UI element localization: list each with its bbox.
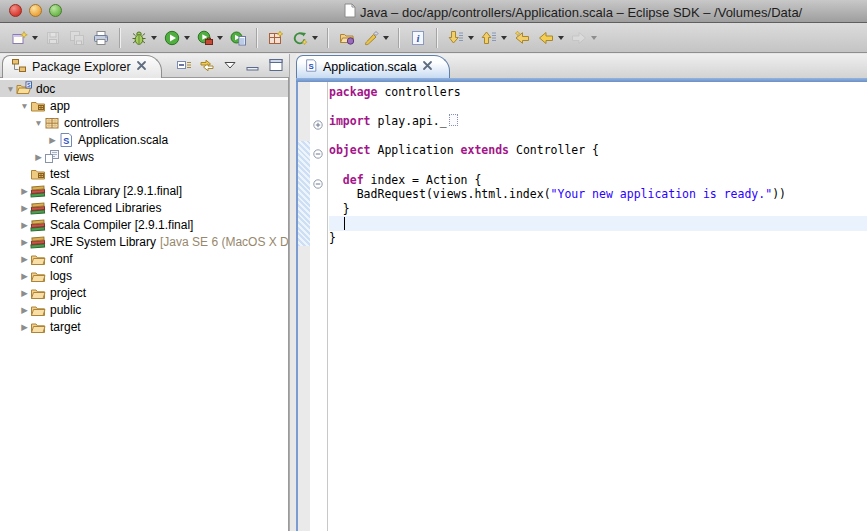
open-resource-button[interactable] (336, 26, 358, 50)
open-resource-icon (338, 29, 356, 47)
code-line-current[interactable] (329, 216, 867, 231)
tree-collapse-arrow-icon[interactable]: ▼ (5, 84, 16, 94)
zoom-window-button[interactable] (49, 4, 62, 17)
new-launch-dropdown-arrow-icon[interactable] (312, 36, 318, 40)
run-external-tools-dropdown-arrow-icon[interactable] (217, 36, 223, 40)
tree-collapse-arrow-icon[interactable]: ▼ (33, 118, 44, 128)
tree-expand-arrow-icon[interactable]: ▶ (19, 254, 30, 264)
main-toolbar: i (0, 23, 867, 53)
tree-item-project[interactable]: ▶project (0, 284, 288, 301)
collapse-all-button[interactable] (174, 57, 193, 76)
next-annotation-button[interactable] (445, 26, 476, 50)
print-icon (92, 29, 110, 47)
save-all-button (66, 26, 88, 50)
tree-item-target[interactable]: ▶target (0, 318, 288, 335)
forward-dropdown-arrow-icon (591, 36, 597, 40)
tree-expand-arrow-icon[interactable]: ▶ (19, 203, 30, 213)
print-button[interactable] (90, 26, 112, 50)
code-line[interactable] (329, 100, 867, 115)
tab-package-explorer[interactable]: Package Explorer (2, 55, 162, 78)
tree-expand-arrow-icon[interactable]: ▶ (19, 271, 30, 281)
folder-icon (30, 285, 46, 301)
toggle-mark-occurrences-button[interactable] (360, 26, 391, 50)
tree-item-conf[interactable]: ▶conf (0, 250, 288, 267)
last-edit-location-button[interactable] (511, 26, 533, 50)
tree-item-controllers[interactable]: ▼controllers (0, 114, 288, 131)
new-wizard-dropdown-arrow-icon[interactable] (32, 36, 38, 40)
run-dropdown-arrow-icon[interactable] (184, 36, 190, 40)
code-editor[interactable]: package controllersimport play.api._obje… (329, 82, 867, 531)
sash-divider[interactable] (289, 54, 296, 531)
run-button[interactable] (161, 26, 192, 50)
new-wizard-button[interactable] (9, 26, 40, 50)
tree-expand-arrow-icon[interactable]: ▶ (19, 237, 30, 247)
tree-item-test[interactable]: test (0, 165, 288, 182)
tree-item-logs[interactable]: ▶logs (0, 267, 288, 284)
range-indicator (298, 141, 310, 245)
code-token: def (343, 173, 364, 187)
close-icon[interactable] (136, 60, 147, 74)
close-icon[interactable] (422, 60, 433, 74)
view-toolbar (174, 57, 285, 76)
fold-expand-icon[interactable] (313, 116, 323, 134)
tree-item-scala-library-2-9-1-final[interactable]: ▶Scala Library [2.9.1.final] (0, 182, 288, 199)
code-line[interactable]: import play.api._ (329, 114, 867, 129)
link-with-editor-button[interactable] (197, 57, 216, 76)
code-line[interactable]: } (329, 202, 867, 217)
close-window-button[interactable] (9, 4, 22, 17)
run-external-tools-button[interactable] (194, 26, 225, 50)
annotation-ruler[interactable] (298, 82, 310, 531)
code-line[interactable] (329, 158, 867, 173)
code-line[interactable] (329, 129, 867, 144)
fold-collapse-icon[interactable] (313, 145, 323, 163)
tree-expand-arrow-icon[interactable]: ▶ (19, 220, 30, 230)
tree-expand-arrow-icon[interactable]: ▶ (19, 322, 30, 332)
folder-icon (30, 268, 46, 284)
open-perspective-button[interactable] (265, 26, 287, 50)
code-line[interactable]: BadRequest(views.html.index("Your new ap… (329, 187, 867, 202)
run-history-button[interactable] (227, 26, 249, 50)
tree-item-label: conf (50, 252, 73, 266)
tree-expand-arrow-icon[interactable]: ▶ (19, 288, 30, 298)
tree-item-label: public (50, 303, 81, 317)
toggle-mark-occurrences-dropdown-arrow-icon[interactable] (383, 36, 389, 40)
back-dropdown-arrow-icon[interactable] (558, 36, 564, 40)
code-line[interactable]: } (329, 231, 867, 246)
tree-item-referenced-libraries[interactable]: ▶Referenced Libraries (0, 199, 288, 216)
next-annotation-dropdown-arrow-icon[interactable] (468, 36, 474, 40)
tree-item-scala-compiler-2-9-1-final[interactable]: ▶Scala Compiler [2.9.1.final] (0, 216, 288, 233)
folding-margin[interactable] (310, 82, 328, 531)
code-line[interactable]: package controllers (329, 85, 867, 100)
tree-item-jre-system-library[interactable]: ▶JRE System Library[Java SE 6 (MacOS X D… (0, 233, 288, 250)
minimize-window-button[interactable] (29, 4, 42, 17)
tree-item-application-scala[interactable]: ▶SApplication.scala (0, 131, 288, 148)
new-launch-button[interactable] (289, 26, 320, 50)
code-line[interactable]: def index = Action { (329, 173, 867, 188)
info-button[interactable]: i (407, 26, 429, 50)
tree-item-label: test (50, 167, 69, 181)
tree-item-views[interactable]: ▶views (0, 148, 288, 165)
tree-expand-arrow-icon[interactable]: ▶ (47, 135, 58, 145)
tree-expand-arrow-icon[interactable]: ▶ (19, 186, 30, 196)
tree-item-public[interactable]: ▶public (0, 301, 288, 318)
fold-collapse-icon[interactable] (313, 175, 323, 193)
debug-dropdown-arrow-icon[interactable] (151, 36, 157, 40)
tree-collapse-arrow-icon[interactable]: ▼ (19, 101, 30, 111)
previous-annotation-dropdown-arrow-icon[interactable] (501, 36, 507, 40)
tree-expand-arrow-icon[interactable]: ▶ (19, 305, 30, 315)
debug-button[interactable] (128, 26, 159, 50)
view-menu-button[interactable] (220, 57, 239, 76)
code-line[interactable]: object Application extends Controller { (329, 143, 867, 158)
back-button[interactable] (535, 26, 566, 50)
titlebar[interactable]: Java – doc/app/controllers/Application.s… (0, 0, 867, 23)
tree-item-doc[interactable]: ▼Sdoc (0, 80, 288, 97)
code-token: object (329, 143, 371, 157)
tree-item-app[interactable]: ▼app (0, 97, 288, 114)
minimize-button[interactable] (243, 57, 262, 76)
previous-annotation-button[interactable] (478, 26, 509, 50)
tree-expand-arrow-icon[interactable]: ▶ (33, 152, 44, 162)
maximize-button[interactable] (266, 57, 285, 76)
editor-content: package controllersimport play.api._obje… (296, 82, 867, 531)
code-token: extends (461, 143, 509, 157)
tab-application-scala[interactable]: S Application.scala (296, 55, 450, 78)
